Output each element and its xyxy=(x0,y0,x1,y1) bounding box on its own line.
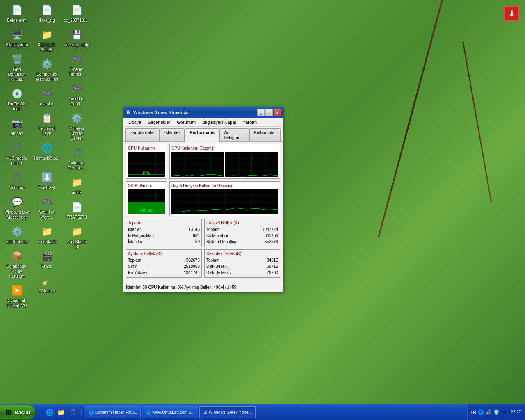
tab-ag[interactable]: Ağ İletişimi xyxy=(219,128,249,141)
icon-combomax2-label: ComboMax Test Yazılımı xyxy=(34,72,60,82)
icon-ccleaner-label: CCleaner xyxy=(38,289,55,294)
icon-win-live-label: Windows Live Messenger xyxy=(4,210,30,220)
is-parcaciklari-row: İş Parçacıkları 631 xyxy=(128,233,200,239)
icon-geri-donusum[interactable]: 🗑️ Geri Dönüşüm Kutusu xyxy=(2,51,32,84)
icon-bilgisayarim[interactable]: 🖥️ Bilgisayarım xyxy=(2,27,32,49)
icon-daemon-tools[interactable]: 💿 DAEMON Tools xyxy=(2,86,32,113)
icon-wow[interactable]: 🎮 World of Warc... xyxy=(32,194,62,221)
icon-combomax2[interactable]: ⚙️ ComboMax Test Yazılımı xyxy=(32,56,62,84)
start-button[interactable]: ⊞ Başlat xyxy=(0,405,36,420)
download-notification-icon[interactable]: ⬇ xyxy=(504,6,519,21)
taskbar-divider-1 xyxy=(41,406,41,418)
taskbar-divider-2 xyxy=(81,406,82,418)
cpu-row: CPU Kullanımı 0 xyxy=(126,144,280,179)
sd-panel: SD Kullanımı 490 xyxy=(126,181,167,216)
sd-mb-label: 490 MB xyxy=(139,208,153,213)
taskbar-task-0[interactable]: 🌐 Donanım Haber Foru... xyxy=(85,406,141,418)
icon-oyunlar[interactable]: 🎮 oyunlar xyxy=(32,86,62,108)
tab-uygulamalar[interactable]: Uygulamalar xyxy=(125,128,160,141)
cpu-usage-panel: CPU Kullanımı 0 xyxy=(126,144,167,179)
fiz-toplam-row: Toplam 1047724 xyxy=(206,226,278,233)
icon-yeni-klasor[interactable]: 📁 Yeni Klasör xyxy=(32,224,62,246)
menu-gorunum[interactable]: Görünüm xyxy=(173,119,199,126)
ql-ie-icon[interactable]: 🌐 xyxy=(45,407,55,417)
icon-combomax[interactable]: 📦 ComboMax Kolay Kurulum xyxy=(2,248,32,281)
window-content: CPU Kullanımı 0 xyxy=(123,142,283,283)
window-titlebar[interactable]: 🖥 Windows Görev Yöneticisi _ □ ✕ xyxy=(123,107,283,118)
taskmgr-window: 🖥 Windows Görev Yöneticisi _ □ ✕ Dosya S… xyxy=(123,107,283,292)
totals-title: Toplam xyxy=(128,221,200,225)
tab-islemler[interactable]: İşlemler xyxy=(160,128,185,141)
icon-kediler[interactable]: 📁 KEDİLER ALEMİ xyxy=(32,27,62,54)
icon-savezpc-label: savezpc Light xyxy=(64,43,89,48)
icon-belgelerim[interactable]: 📄 Belgelerim xyxy=(2,2,32,25)
icon-cevrimici[interactable]: 📋 Çevrimiçi kayıt xyxy=(32,110,62,138)
menu-dosya[interactable]: Dosya xyxy=(125,119,144,126)
tray-security-icon[interactable]: 🛡️ xyxy=(493,409,500,415)
icon-fraps[interactable]: 🎬 Fraps xyxy=(32,248,62,271)
icon-enemy[interactable]: 🎮 Enemy Territor... xyxy=(62,51,91,79)
cc2007-icon: 📄 xyxy=(70,4,83,17)
system-tray: TR 🌐 🔊 🛡️ ⚙ 22:27 xyxy=(467,404,525,420)
task0-label: Donanım Haber Foru... xyxy=(95,410,137,415)
icon-autopatcher-label: AutoPatcher xyxy=(5,240,28,244)
cek-disk-belleksiz-row: Disk Belleksiz 26200 xyxy=(206,269,278,276)
icon-amcap[interactable]: 📷 amcap xyxy=(2,115,32,138)
task0-icon: 🌐 xyxy=(89,410,94,415)
world-in-icon: 🎮 xyxy=(70,82,83,96)
belgelerim-icon: 📄 xyxy=(10,4,23,17)
fraps-icon: 🎬 xyxy=(40,250,53,263)
icon-vlc[interactable]: 🎵 VLC media player xyxy=(2,140,32,167)
icon-dxva-sig[interactable]: 📄 dxva_sig xyxy=(32,2,62,25)
ql-media-icon[interactable]: 🎵 xyxy=(68,407,78,417)
icon-world-in[interactable]: 🎮 World in Confi... xyxy=(62,81,91,108)
menu-kapat[interactable]: Bilgisayarı Kapat xyxy=(199,119,240,126)
taskbar-task-2[interactable]: 🖥 Windows Görev Yöne... xyxy=(199,406,256,418)
recycle-bin-icon: 🗑️ xyxy=(10,53,23,66)
tab-performans[interactable]: Performans xyxy=(185,128,219,142)
islemler-row: İşlecler 13143 xyxy=(128,226,200,233)
icon-winamp[interactable]: 🎵 Winamp xyxy=(2,169,32,192)
ql-folder-icon[interactable]: 📁 xyxy=(56,407,66,417)
icon-kediler-label: KEDİLER ALEMİ xyxy=(34,43,60,52)
cpu-history-title: CPU Kullanımı Geçmişi xyxy=(171,146,278,151)
cpu-graph: 0 % xyxy=(128,152,165,177)
menu-secenekler[interactable]: Seçenekler xyxy=(144,119,173,126)
icon-win-live[interactable]: 💬 Windows Live Messenger xyxy=(2,194,32,221)
icon-yeni-klasor2[interactable]: 📁 Yeni Klasör (3) xyxy=(62,224,91,251)
icon-autopatcher[interactable]: ⚙️ AutoPatcher xyxy=(2,224,32,246)
autopatcher-icon: ⚙️ xyxy=(10,225,23,238)
icon-hamachi-label: HamachiSec... xyxy=(34,156,60,166)
taskbar-task-1[interactable]: 🌐 www.UmutLan.com 5... xyxy=(142,406,198,418)
icon-catalyst[interactable]: ⚙️ Catalyst Control Center xyxy=(62,110,91,143)
icon-adsiz[interactable]: 📁 adsiz xyxy=(62,174,91,197)
icon-cyberlink[interactable]: ▶️ CyberLink PowerDVD xyxy=(2,283,32,310)
tray-ati-icon[interactable]: ⚙ xyxy=(501,409,508,415)
icon-cc2007[interactable]: 📄 cc_2007101... xyxy=(62,2,91,25)
icon-hamachi[interactable]: 🌐 HamachiSec... xyxy=(32,140,62,167)
tray-locale[interactable]: TR xyxy=(470,409,477,415)
savezpc-icon: 💾 xyxy=(70,28,83,41)
icon-flashget[interactable]: ⬇️ FlashGet xyxy=(32,169,62,192)
tray-speaker-icon[interactable]: 🔊 xyxy=(486,409,492,415)
hamachi-icon: 🌐 xyxy=(40,142,53,155)
desktop-icons-col1: 📄 Belgelerim 🖥️ Bilgisayarım 🗑️ Geri Dön… xyxy=(2,2,32,310)
tab-kullanicilar[interactable]: Kullanıcılar xyxy=(249,128,281,141)
icon-frap5273[interactable]: 📄 FRAP5273 xyxy=(62,199,91,221)
tray-network-icon[interactable]: 🌐 xyxy=(478,409,484,415)
icon-winamp-remote[interactable]: 🎵 Winamp Remote... xyxy=(62,145,91,172)
system-clock[interactable]: 22:27 xyxy=(509,409,523,415)
icon-savezpc[interactable]: 💾 savezpc Light xyxy=(62,27,91,49)
close-button[interactable]: ✕ xyxy=(274,109,281,116)
minimize-button[interactable]: _ xyxy=(257,109,265,116)
icon-flashget-label: FlashGet xyxy=(39,185,55,190)
desktop: ⬇ 📄 Belgelerim 🖥️ Bilgisayarım 🗑️ Geri D… xyxy=(0,0,525,404)
enemy-icon: 🎮 xyxy=(70,53,83,66)
menu-yardim[interactable]: Yardım xyxy=(240,119,260,126)
stats-top: Toplam İşlecler 13143 İş Parçacıkları 63… xyxy=(126,219,280,247)
totals-box: Toplam İşlecler 13143 İş Parçacıkları 63… xyxy=(126,219,202,247)
yeni-klasor2-icon: 📁 xyxy=(70,225,83,238)
icon-catalyst-label: Catalyst Control Center xyxy=(64,126,90,141)
maximize-button[interactable]: □ xyxy=(265,109,273,116)
icon-ccleaner[interactable]: 🧹 CCleaner xyxy=(32,273,62,295)
